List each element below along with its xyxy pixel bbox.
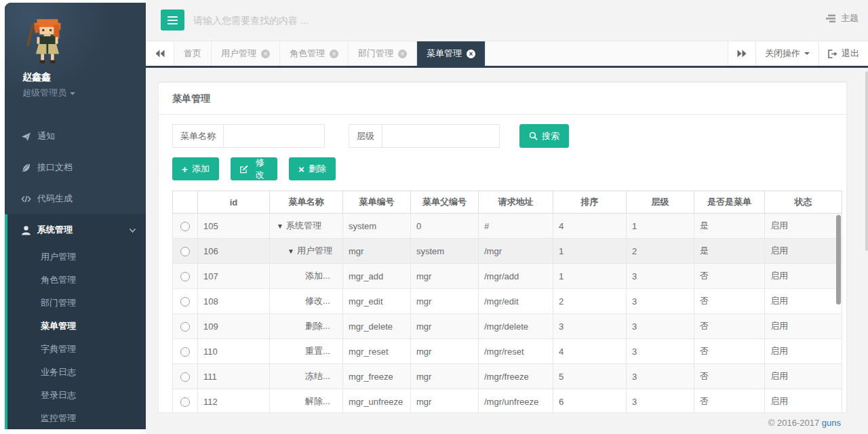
- theme-label: 主题: [841, 12, 859, 24]
- cell-id: 110: [198, 339, 270, 364]
- table-row[interactable]: 106▼用户管理mgrsystem/mgr12是启用: [173, 239, 842, 264]
- chevron-down-icon: [129, 226, 136, 234]
- table-row[interactable]: 105▼系统管理system0#41是启用: [173, 214, 842, 239]
- sidebar-subitem-1[interactable]: 角色管理: [7, 269, 146, 292]
- menu-name-input[interactable]: [223, 124, 325, 148]
- tab-0[interactable]: 首页: [174, 41, 212, 66]
- sidebar-subitem-0[interactable]: 用户管理: [7, 245, 146, 269]
- global-search-input[interactable]: [193, 7, 600, 34]
- tab-3[interactable]: 部门管理×: [349, 41, 417, 66]
- cell-status: 启用: [765, 264, 842, 289]
- sidebar-item-label: 系统管理: [37, 224, 73, 236]
- user-panel: 赵鑫鑫 超级管理员: [5, 3, 146, 108]
- cell-status: 启用: [765, 389, 842, 414]
- cell-sort: 1: [553, 264, 627, 289]
- tab-1[interactable]: 用户管理×: [212, 41, 280, 66]
- tab-close-icon[interactable]: ×: [398, 50, 407, 58]
- column-header-6: 排序: [553, 191, 627, 214]
- table-row[interactable]: 107添加...mgr_addmgr/mgr/add13否启用: [173, 264, 842, 289]
- sidebar-item-0[interactable]: 通知: [5, 121, 146, 152]
- sidebar-item-label: 接口文档: [37, 161, 73, 174]
- cell-levels: 3: [627, 314, 694, 339]
- row-select-cell: [173, 389, 198, 414]
- cell-status: 启用: [765, 239, 842, 264]
- sidebar-subitem-2[interactable]: 部门管理: [7, 292, 146, 315]
- cell-id: 109: [198, 314, 270, 339]
- tab-4[interactable]: 菜单管理×: [417, 41, 486, 66]
- cell-code: system: [343, 214, 411, 239]
- logout-button[interactable]: 退出: [819, 41, 868, 66]
- sign-out-icon: [828, 50, 837, 58]
- table-row[interactable]: 109删除...mgr_deletemgr/mgr/delete33否启用: [173, 314, 842, 339]
- cell-url: /mgr: [479, 239, 553, 264]
- sidebar-item-3[interactable]: 系统管理: [7, 214, 146, 245]
- row-radio[interactable]: [180, 297, 190, 307]
- theme-button[interactable]: 主题: [826, 12, 859, 24]
- sidebar-subitem-6[interactable]: 登录日志: [7, 384, 146, 407]
- level-label: 层级: [349, 124, 382, 148]
- sidebar-item-1[interactable]: 接口文档: [5, 152, 146, 183]
- menu-name-field-group: 菜单名称: [172, 124, 325, 148]
- add-button[interactable]: +添加: [172, 157, 219, 180]
- sidebar-subitem-5[interactable]: 业务日志: [7, 361, 146, 384]
- row-radio[interactable]: [180, 397, 190, 407]
- row-select-cell: [173, 214, 198, 239]
- tab-close-icon[interactable]: ×: [330, 50, 338, 58]
- cell-id: 112: [198, 389, 270, 414]
- tree-collapse-icon[interactable]: ▼: [277, 222, 283, 230]
- edit-button[interactable]: 修改: [231, 157, 277, 180]
- tab-close-icon[interactable]: ×: [467, 50, 475, 58]
- tab-label: 首页: [184, 47, 201, 60]
- sidebar-item-2[interactable]: 代码生成: [5, 183, 146, 214]
- paper-plane-icon: [21, 132, 31, 142]
- tab-close-icon[interactable]: ×: [261, 50, 270, 58]
- cell-sort: 3: [553, 314, 627, 339]
- cell-id: 107: [198, 264, 270, 289]
- cell-name: 修改...: [270, 289, 343, 314]
- cell-status: 启用: [765, 214, 842, 239]
- cell-sort: 2: [553, 289, 627, 314]
- cell-id: 105: [198, 214, 270, 239]
- sidebar-subitem-3[interactable]: 菜单管理: [7, 315, 146, 338]
- row-radio[interactable]: [180, 222, 190, 231]
- cell-id: 111: [198, 364, 270, 389]
- sidebar-subitem-7[interactable]: 监控管理: [7, 407, 146, 429]
- cell-url: #: [479, 214, 553, 239]
- tabs-scroll-right-button[interactable]: [728, 41, 756, 66]
- tab-2[interactable]: 角色管理×: [280, 41, 349, 66]
- page-scrollbar-thumb[interactable]: [865, 71, 868, 251]
- cell-status: 启用: [765, 314, 842, 339]
- cell-sort: 4: [553, 214, 627, 239]
- cell-sort: 1: [553, 239, 627, 264]
- level-input[interactable]: [382, 124, 500, 148]
- sidebar-subitem-4[interactable]: 字典管理: [7, 338, 146, 361]
- row-radio[interactable]: [180, 247, 190, 256]
- sidebar-toggle-button[interactable]: [161, 9, 184, 31]
- cell-ismenu: 否: [694, 364, 765, 389]
- search-button[interactable]: 搜索: [519, 124, 569, 148]
- row-radio[interactable]: [180, 322, 190, 332]
- cell-id: 106: [198, 239, 270, 264]
- tabs-scroll-left-button[interactable]: [146, 41, 174, 66]
- cell-url: /mgr/unfreeze: [479, 389, 553, 414]
- row-radio[interactable]: [180, 347, 190, 357]
- cell-ismenu: 是: [694, 214, 765, 239]
- row-radio[interactable]: [180, 272, 190, 281]
- user-role-dropdown[interactable]: 超级管理员: [22, 87, 146, 99]
- level-field-group: 层级: [349, 124, 500, 148]
- code-icon: [21, 194, 31, 204]
- brand-link[interactable]: guns: [822, 418, 841, 428]
- row-radio[interactable]: [180, 372, 190, 382]
- table-row[interactable]: 111冻结...mgr_freezemgr/mgr/freeze53否启用: [173, 364, 842, 389]
- close-operations-dropdown[interactable]: 关闭操作: [756, 41, 819, 66]
- tree-collapse-icon[interactable]: ▼: [288, 248, 294, 255]
- table-row[interactable]: 110重置...mgr_resetmgr/mgr/reset43否启用: [173, 339, 842, 364]
- main-content: 菜单管理 菜单名称 层级 搜索 +添加: [146, 68, 868, 434]
- table-row[interactable]: 112解除...mgr_unfreezemgr/mgr/unfreeze63否启…: [173, 389, 842, 414]
- user-name: 赵鑫鑫: [22, 71, 146, 83]
- column-header-2: 菜单名称: [270, 191, 343, 214]
- table-row[interactable]: 108修改...mgr_editmgr/mgr/edit23否启用: [173, 289, 842, 314]
- row-select-cell: [173, 339, 198, 364]
- delete-button[interactable]: ×删除: [289, 157, 336, 180]
- table-scrollbar-thumb[interactable]: [836, 215, 841, 304]
